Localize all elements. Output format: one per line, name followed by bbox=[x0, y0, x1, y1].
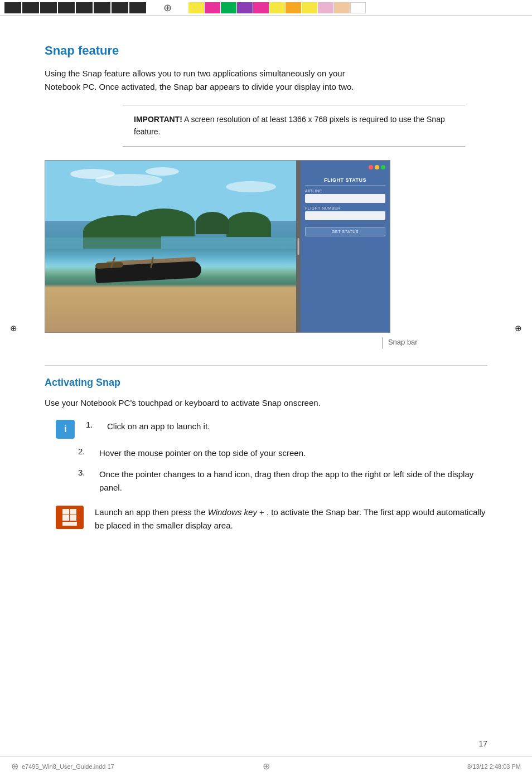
snap-bar-divider[interactable] bbox=[296, 161, 301, 332]
color-block-yellow2 bbox=[269, 2, 285, 13]
windows-key-description: Launch an app then press the Windows key… bbox=[95, 506, 487, 532]
step-3-row: 3. Once the pointer changes to a hand ic… bbox=[45, 468, 487, 494]
activating-snap-title: Activating Snap bbox=[45, 377, 487, 389]
color-block-green bbox=[221, 2, 236, 13]
color-block-yellow bbox=[188, 2, 204, 13]
dark-block bbox=[129, 2, 146, 13]
cloud bbox=[95, 174, 162, 186]
minimize-button[interactable] bbox=[375, 165, 379, 169]
crosshair-center-icon: ⊕ bbox=[263, 762, 270, 771]
island-far bbox=[196, 212, 229, 234]
activating-snap-intro: Use your Notebook PC's touchpad or keybo… bbox=[45, 396, 357, 410]
island-right bbox=[226, 212, 271, 237]
step-1-number: 1. bbox=[86, 420, 101, 429]
window-controls bbox=[305, 165, 385, 169]
color-block-magenta2 bbox=[253, 2, 269, 13]
dark-block bbox=[40, 2, 57, 13]
win-key-grid bbox=[62, 509, 77, 526]
win-key-cell bbox=[70, 509, 76, 515]
step-2-number: 2. bbox=[78, 447, 94, 456]
cloud bbox=[226, 181, 276, 192]
step-1-icon: i bbox=[56, 420, 75, 439]
flight-status-panel: FLIGHT STATUS AIRLINE FLIGHT NUMBER GET … bbox=[301, 161, 390, 332]
color-block-yellow3 bbox=[302, 2, 317, 13]
footer-left: ⊕ e7495_Win8_User_Guide.indd 17 bbox=[11, 761, 114, 772]
close-button[interactable] bbox=[369, 165, 373, 169]
dark-block bbox=[112, 2, 128, 13]
important-label: IMPORTANT! bbox=[134, 115, 182, 124]
win-key-text-italic: Windows key bbox=[208, 507, 257, 517]
maximize-button[interactable] bbox=[381, 165, 385, 169]
beach-photo-panel bbox=[45, 161, 296, 332]
footer-right: 8/13/12 2:48:03 PM bbox=[467, 763, 521, 770]
win-key-cell bbox=[70, 515, 76, 521]
island-center bbox=[133, 208, 195, 236]
top-bar-right-blocks bbox=[184, 0, 370, 15]
left-margin-crosshair-icon: ⊕ bbox=[10, 323, 17, 333]
important-box: IMPORTANT! A screen resolution of at lea… bbox=[123, 105, 465, 147]
win-key-bottom-row bbox=[62, 515, 77, 521]
win-key-cell bbox=[62, 509, 69, 515]
dark-block bbox=[76, 2, 93, 13]
dark-block bbox=[58, 2, 75, 13]
step-2-row: 2. Hover the mouse pointer on the top si… bbox=[45, 447, 487, 460]
color-block-pink bbox=[318, 2, 333, 13]
color-block-magenta bbox=[205, 2, 220, 13]
sand bbox=[45, 289, 296, 332]
step-2-text: Hover the mouse pointer on the top side … bbox=[99, 447, 487, 460]
top-bar-left-blocks bbox=[0, 0, 151, 15]
airline-section: AIRLINE bbox=[305, 189, 385, 203]
app-icon: i bbox=[64, 424, 66, 434]
flight-number-section: FLIGHT NUMBER bbox=[305, 206, 385, 220]
color-block-peach bbox=[334, 2, 350, 13]
section-divider bbox=[45, 365, 487, 366]
top-color-bar: ⊕ bbox=[0, 0, 532, 16]
color-block-orange bbox=[286, 2, 301, 13]
flight-status-title: FLIGHT STATUS bbox=[305, 175, 385, 186]
crosshair-bottom-icon: ⊕ bbox=[11, 761, 18, 772]
step-1-row: i 1. Click on an app to launch it. bbox=[45, 420, 487, 439]
dark-block bbox=[94, 2, 110, 13]
color-block-white bbox=[350, 2, 366, 13]
page-number: 17 bbox=[478, 739, 487, 748]
steps-container: i 1. Click on an app to launch it. 2. Ho… bbox=[45, 420, 487, 494]
footer-center-crosshair: ⊕ bbox=[263, 761, 270, 772]
snap-screenshot: FLIGHT STATUS AIRLINE FLIGHT NUMBER GET … bbox=[45, 160, 390, 333]
boat bbox=[95, 241, 207, 280]
step-3-number: 3. bbox=[78, 468, 94, 477]
snap-feature-title: Snap feature bbox=[45, 43, 487, 58]
main-content: Snap feature Using the Snap feature allo… bbox=[0, 16, 532, 577]
bottom-bar: ⊕ e7495_Win8_User_Guide.indd 17 ⊕ 8/13/1… bbox=[0, 756, 532, 776]
top-bar-center: ⊕ bbox=[151, 0, 184, 15]
crosshair-icon: ⊕ bbox=[163, 2, 172, 14]
flight-number-input[interactable] bbox=[305, 211, 385, 220]
windows-key-icon bbox=[56, 506, 84, 529]
win-key-top-row bbox=[62, 509, 77, 515]
flight-number-label: FLIGHT NUMBER bbox=[305, 206, 385, 210]
step-3-text: Once the pointer changes to a hand icon,… bbox=[99, 468, 487, 494]
airline-label: AIRLINE bbox=[305, 189, 385, 193]
win-key-cell bbox=[62, 515, 69, 521]
dark-block bbox=[22, 2, 39, 13]
step-1-text: Click on an app to launch it. bbox=[107, 420, 487, 433]
dark-block bbox=[4, 2, 21, 13]
airline-input[interactable] bbox=[305, 194, 385, 203]
win-key-text-before: Launch an app then press the bbox=[95, 507, 208, 517]
win-key-bottom-bar bbox=[62, 522, 77, 526]
cloud bbox=[146, 167, 179, 176]
windows-key-row: Launch an app then press the Windows key… bbox=[45, 506, 487, 532]
right-margin-crosshair-icon: ⊕ bbox=[515, 323, 522, 333]
snap-feature-intro: Using the Snap feature allows you to run… bbox=[45, 67, 368, 94]
footer-filename: e7495_Win8_User_Guide.indd 17 bbox=[22, 763, 114, 770]
snap-bar-label: Snap bar bbox=[45, 337, 487, 348]
color-block-purple bbox=[237, 2, 253, 13]
footer-timestamp: 8/13/12 2:48:03 PM bbox=[467, 763, 521, 770]
get-status-button[interactable]: GET STATUS bbox=[305, 227, 385, 236]
